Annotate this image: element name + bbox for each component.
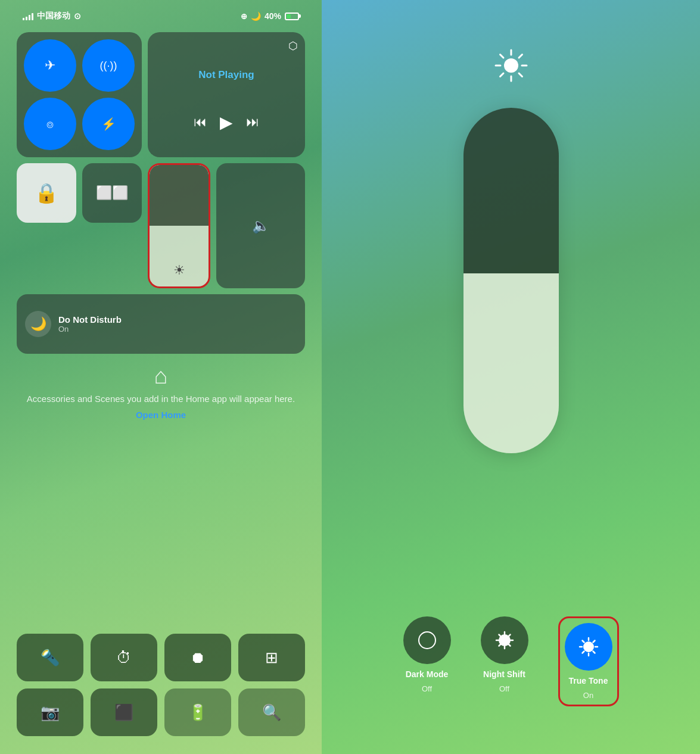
toggles-block: ✈ ((·)) ⌾ ⚡ <box>17 32 142 157</box>
right-panel: Dark Mode Off Night Shift Off <box>322 0 700 754</box>
true-tone-icon <box>578 636 599 658</box>
timer-button[interactable]: ⏱ <box>91 634 157 681</box>
svg-point-19 <box>583 641 594 652</box>
svg-line-5 <box>500 55 503 58</box>
brightness-icon: ☀ <box>173 263 185 278</box>
dnd-status: On <box>58 325 122 334</box>
home-icon: ⌂ <box>154 363 168 389</box>
svg-line-25 <box>593 651 595 653</box>
display-controls: Dark Mode Off Night Shift Off <box>403 616 619 706</box>
record-button[interactable]: ⏺ <box>164 634 231 681</box>
brightness-pill-slider[interactable] <box>463 108 559 453</box>
cc-row-1: ✈ ((·)) ⌾ ⚡ ⬡ Not Playing ⏮ ▶ ⏭ <box>17 32 305 157</box>
svg-line-8 <box>500 73 503 77</box>
night-shift-button[interactable] <box>481 616 528 664</box>
volume-slider[interactable]: 🔈 <box>216 163 305 288</box>
svg-line-15 <box>499 634 500 636</box>
dnd-title: Do Not Disturb <box>58 314 122 325</box>
calculator-button[interactable]: ⊞ <box>238 634 305 681</box>
svg-line-16 <box>508 644 510 646</box>
brightness-fill <box>150 165 209 226</box>
moon-icon: 🌙 <box>251 11 261 21</box>
battery-button[interactable]: 🔋 <box>164 688 231 736</box>
svg-line-7 <box>519 55 522 58</box>
sun-icon <box>493 48 529 90</box>
rewind-button[interactable]: ⏮ <box>194 114 207 130</box>
brightness-slider[interactable]: ☀ <box>148 163 210 288</box>
cellular-toggle[interactable]: ((·)) <box>82 39 135 92</box>
bottom-toolbar: 🔦 ⏱ ⏺ ⊞ 📷 ⬛ 🔋 🔍 <box>17 634 305 736</box>
qr-button[interactable]: ⬛ <box>91 688 157 736</box>
wifi-icon: ⊙ <box>74 11 81 21</box>
toolbar-row-2: 📷 ⬛ 🔋 🔍 <box>17 688 305 736</box>
true-tone-label: True Tone <box>569 675 608 686</box>
home-section: ⌂ Accessories and Scenes you add in the … <box>27 363 295 420</box>
open-home-link[interactable]: Open Home <box>136 410 186 420</box>
svg-line-24 <box>582 640 584 642</box>
battery-fill <box>287 14 291 18</box>
status-right: ⊕ 🌙 40% <box>241 11 299 21</box>
magnifier-button[interactable]: 🔍 <box>238 688 305 736</box>
night-shift-label: Night Shift <box>483 669 525 680</box>
true-tone-sublabel: On <box>583 691 593 700</box>
night-shift-sublabel: Off <box>499 684 509 693</box>
pill-bottom-light <box>463 273 559 453</box>
svg-line-18 <box>499 644 500 646</box>
night-shift-control: Night Shift Off <box>481 616 528 693</box>
media-block: ⬡ Not Playing ⏮ ▶ ⏭ <box>148 32 305 157</box>
volume-icon: 🔈 <box>252 217 270 234</box>
dark-mode-label: Dark Mode <box>406 669 449 680</box>
dark-mode-control: Dark Mode Off <box>403 616 451 693</box>
svg-point-0 <box>504 58 518 73</box>
carrier-label: 中国移动 <box>37 11 70 21</box>
true-tone-control: True Tone On <box>558 616 619 706</box>
airplay-icon[interactable]: ⬡ <box>288 39 298 52</box>
airplane-toggle[interactable]: ✈ <box>24 39 76 92</box>
screen-mirror-button[interactable]: ⬜⬜ <box>82 163 142 223</box>
forward-button[interactable]: ⏭ <box>246 114 259 130</box>
pill-top-dark <box>463 108 559 273</box>
dnd-text: Do Not Disturb On <box>58 314 122 334</box>
svg-point-9 <box>419 632 435 649</box>
flashlight-button[interactable]: 🔦 <box>17 634 83 681</box>
svg-line-27 <box>582 651 584 653</box>
true-tone-button[interactable] <box>565 623 612 671</box>
dark-mode-icon <box>416 630 438 651</box>
dark-mode-sublabel: Off <box>422 684 432 693</box>
left-panel: 中国移动 ⊙ ⊕ 🌙 40% ✈ ((·)) ⌾ ⚡ ⬡ Not P <box>0 0 322 754</box>
wifi-toggle[interactable]: ⌾ <box>24 98 76 150</box>
rotation-lock-button[interactable]: 🔒 <box>17 163 76 223</box>
battery-percent: 40% <box>265 11 281 21</box>
status-left: 中国移动 ⊙ <box>23 11 81 21</box>
home-description: Accessories and Scenes you add in the Ho… <box>27 392 295 405</box>
play-button[interactable]: ▶ <box>220 113 233 132</box>
night-shift-icon <box>494 630 515 651</box>
camera-button[interactable]: 📷 <box>17 688 83 736</box>
svg-line-6 <box>519 73 522 77</box>
battery-icon <box>285 13 299 20</box>
svg-line-26 <box>593 640 595 642</box>
cc-row-2: 🔒 ⬜⬜ ☀ 🔈 <box>17 163 305 288</box>
media-controls: ⏮ ▶ ⏭ <box>194 113 259 132</box>
dnd-moon-icon: 🌙 <box>25 311 51 337</box>
dnd-icon: ⊕ <box>241 12 247 21</box>
cc-row-3: 🌙 Do Not Disturb On <box>17 294 305 354</box>
bluetooth-toggle[interactable]: ⚡ <box>82 98 135 150</box>
dnd-block[interactable]: 🌙 Do Not Disturb On <box>17 294 305 354</box>
not-playing-label: Not Playing <box>198 69 254 81</box>
signal-bars-icon <box>23 12 33 20</box>
sun-svg <box>493 48 529 83</box>
dark-mode-button[interactable] <box>403 616 451 664</box>
toolbar-row-1: 🔦 ⏱ ⏺ ⊞ <box>17 634 305 681</box>
status-bar: 中国移动 ⊙ ⊕ 🌙 40% <box>17 0 305 26</box>
control-center-grid: ✈ ((·)) ⌾ ⚡ ⬡ Not Playing ⏮ ▶ ⏭ 🔒 ⬜⬜ <box>17 32 305 354</box>
svg-line-17 <box>508 634 510 636</box>
